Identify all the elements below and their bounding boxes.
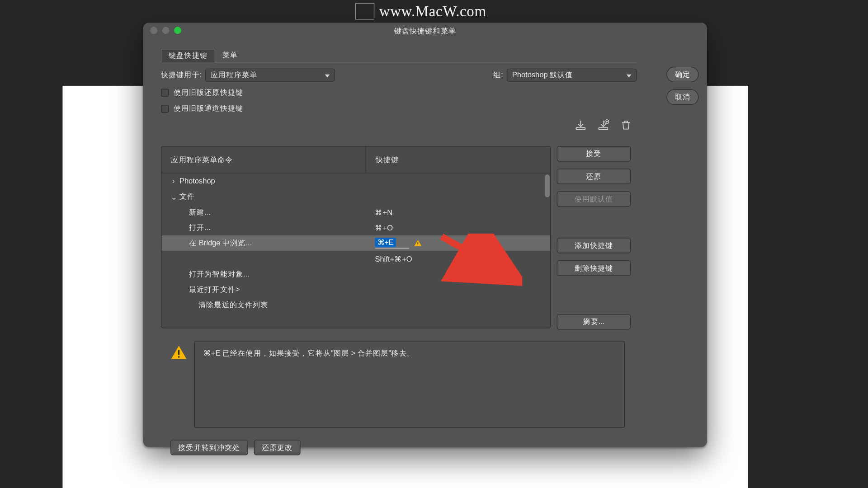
maximize-window-icon[interactable]	[174, 27, 181, 34]
delete-shortcut-button[interactable]: 删除快捷键	[557, 260, 631, 276]
warning-icon	[414, 239, 422, 247]
warning-icon	[170, 344, 187, 361]
tree-item-bridge-secondary[interactable]: Shift+⌘+O	[161, 251, 550, 266]
disclosure-down-icon: ⌄	[171, 192, 176, 201]
new-set-icon[interactable]	[597, 119, 609, 131]
legacy-undo-label: 使用旧版还原快捷键	[174, 88, 243, 98]
disclosure-right-icon: ›	[171, 177, 176, 185]
shortcut-input[interactable]: ⌘+E	[375, 238, 409, 249]
tree-item-photoshop[interactable]: ›Photoshop	[161, 174, 550, 189]
add-shortcut-button[interactable]: 添加快捷键	[557, 238, 631, 253]
save-set-icon[interactable]	[575, 119, 586, 131]
svg-rect-3	[418, 242, 419, 244]
accept-button[interactable]: 接受	[557, 146, 631, 161]
minimize-window-icon[interactable]	[162, 27, 170, 34]
tree-item-new[interactable]: 新建... ⌘+N	[161, 204, 550, 220]
tree-item-browse-in-bridge[interactable]: 在 Bridge 中浏览... ⌘+E	[161, 235, 550, 251]
scrollbar-thumb[interactable]	[545, 174, 550, 197]
svg-rect-1	[599, 127, 608, 129]
dialog-title: 键盘快捷键和菜单	[394, 27, 456, 35]
watermark-logo-icon	[355, 3, 374, 20]
set-select[interactable]: Photoshop 默认值	[507, 69, 637, 82]
svg-rect-5	[178, 350, 179, 355]
legacy-undo-checkbox[interactable]	[161, 89, 169, 96]
keyboard-shortcuts-dialog: 键盘快捷键和菜单 确定 取消 键盘快捷键 菜单 快捷键用于: 应用程序菜单 组:…	[143, 23, 707, 447]
tree-item-open-smart-object[interactable]: 打开为智能对象...	[161, 266, 550, 282]
tree-item-open[interactable]: 打开... ⌘+O	[161, 220, 550, 235]
shortcuts-for-select[interactable]: 应用程序菜单	[205, 69, 335, 82]
shortcut-edit-value: ⌘+E	[375, 238, 396, 247]
ok-button[interactable]: 确定	[666, 67, 698, 82]
delete-set-icon[interactable]	[620, 119, 632, 131]
svg-rect-0	[576, 127, 585, 129]
shortcuts-table: 应用程序菜单命令 快捷键 ›Photoshop ⌄文件 新建... ⌘+N	[161, 146, 551, 328]
column-header-command[interactable]: 应用程序菜单命令	[161, 146, 366, 173]
set-label: 组:	[493, 70, 503, 80]
watermark: www.MacW.com	[355, 0, 513, 23]
conflict-message: ⌘+E 已经在使用，如果接受，它将从"图层 > 合并图层"移去。	[194, 341, 625, 428]
watermark-text: www.MacW.com	[379, 3, 486, 20]
close-window-icon[interactable]	[150, 27, 157, 34]
tree-item-recent[interactable]: 最近打开文件>	[161, 282, 550, 297]
column-header-shortcut[interactable]: 快捷键	[366, 146, 550, 173]
undo-changes-button[interactable]: 还原更改	[254, 440, 301, 455]
tab-shortcuts[interactable]: 键盘快捷键	[161, 49, 215, 62]
tab-menus[interactable]: 菜单	[215, 49, 245, 62]
shortcuts-for-label: 快捷键用于:	[161, 70, 202, 80]
use-defaults-button[interactable]: 使用默认值	[557, 191, 631, 206]
svg-rect-6	[178, 356, 179, 357]
window-controls	[150, 27, 181, 34]
tree-item-file[interactable]: ⌄文件	[161, 189, 550, 204]
dialog-titlebar: 键盘快捷键和菜单	[143, 23, 707, 39]
svg-rect-4	[418, 244, 419, 245]
summary-button[interactable]: 摘要...	[557, 314, 631, 329]
legacy-channel-label: 使用旧版通道快捷键	[174, 103, 243, 113]
tab-bar: 键盘快捷键 菜单	[161, 49, 637, 62]
cancel-button[interactable]: 取消	[666, 89, 698, 105]
shortcuts-list[interactable]: ›Photoshop ⌄文件 新建... ⌘+N 打开... ⌘+O 在 Br	[161, 174, 550, 327]
legacy-channel-checkbox[interactable]	[161, 105, 169, 113]
revert-button[interactable]: 还原	[557, 169, 631, 184]
accept-and-go-button[interactable]: 接受并转到冲突处	[170, 440, 248, 455]
tree-item-clear-recent[interactable]: 清除最近的文件列表	[161, 297, 550, 313]
